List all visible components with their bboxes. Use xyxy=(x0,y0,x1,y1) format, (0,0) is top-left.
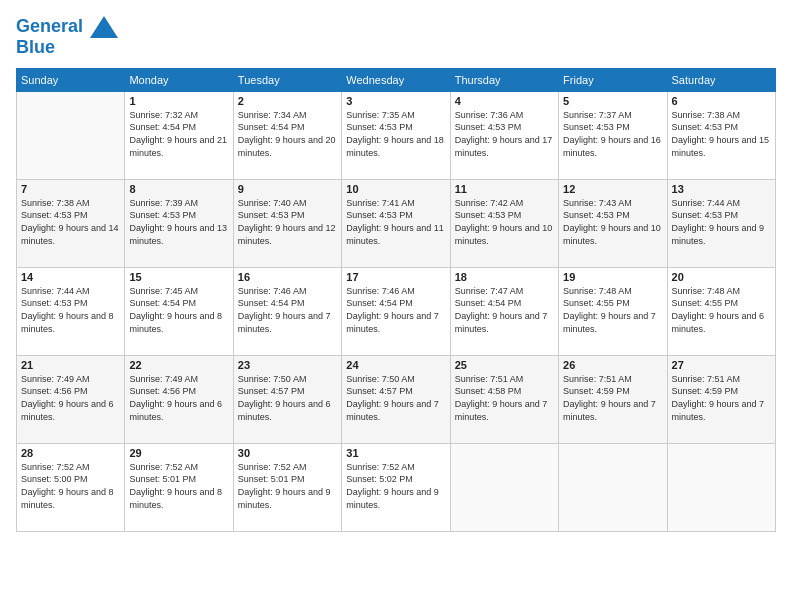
week-row-4: 21Sunrise: 7:49 AMSunset: 4:56 PMDayligh… xyxy=(17,355,776,443)
day-info: Sunrise: 7:51 AMSunset: 4:58 PMDaylight:… xyxy=(455,373,554,423)
day-info: Sunrise: 7:51 AMSunset: 4:59 PMDaylight:… xyxy=(672,373,771,423)
calendar-cell: 26Sunrise: 7:51 AMSunset: 4:59 PMDayligh… xyxy=(559,355,667,443)
week-row-2: 7Sunrise: 7:38 AMSunset: 4:53 PMDaylight… xyxy=(17,179,776,267)
day-info: Sunrise: 7:52 AMSunset: 5:01 PMDaylight:… xyxy=(129,461,228,511)
day-number: 7 xyxy=(21,183,120,195)
day-info: Sunrise: 7:52 AMSunset: 5:02 PMDaylight:… xyxy=(346,461,445,511)
day-number: 31 xyxy=(346,447,445,459)
day-number: 24 xyxy=(346,359,445,371)
logo-general: General xyxy=(16,16,83,36)
day-info: Sunrise: 7:37 AMSunset: 4:53 PMDaylight:… xyxy=(563,109,662,159)
day-number: 5 xyxy=(563,95,662,107)
calendar-cell: 9Sunrise: 7:40 AMSunset: 4:53 PMDaylight… xyxy=(233,179,341,267)
calendar-cell: 20Sunrise: 7:48 AMSunset: 4:55 PMDayligh… xyxy=(667,267,775,355)
svg-marker-0 xyxy=(90,16,118,38)
day-number: 26 xyxy=(563,359,662,371)
day-header-thursday: Thursday xyxy=(450,68,558,91)
day-number: 28 xyxy=(21,447,120,459)
day-info: Sunrise: 7:44 AMSunset: 4:53 PMDaylight:… xyxy=(672,197,771,247)
calendar-cell: 29Sunrise: 7:52 AMSunset: 5:01 PMDayligh… xyxy=(125,443,233,531)
day-info: Sunrise: 7:44 AMSunset: 4:53 PMDaylight:… xyxy=(21,285,120,335)
day-info: Sunrise: 7:49 AMSunset: 4:56 PMDaylight:… xyxy=(21,373,120,423)
week-row-5: 28Sunrise: 7:52 AMSunset: 5:00 PMDayligh… xyxy=(17,443,776,531)
page: General Blue SundayMondayTuesdayWednesda… xyxy=(0,0,792,612)
calendar-cell: 12Sunrise: 7:43 AMSunset: 4:53 PMDayligh… xyxy=(559,179,667,267)
day-info: Sunrise: 7:45 AMSunset: 4:54 PMDaylight:… xyxy=(129,285,228,335)
calendar-cell xyxy=(17,91,125,179)
calendar-cell: 6Sunrise: 7:38 AMSunset: 4:53 PMDaylight… xyxy=(667,91,775,179)
day-info: Sunrise: 7:41 AMSunset: 4:53 PMDaylight:… xyxy=(346,197,445,247)
logo-icon xyxy=(90,16,118,38)
calendar-cell: 24Sunrise: 7:50 AMSunset: 4:57 PMDayligh… xyxy=(342,355,450,443)
day-number: 22 xyxy=(129,359,228,371)
day-info: Sunrise: 7:46 AMSunset: 4:54 PMDaylight:… xyxy=(238,285,337,335)
day-number: 14 xyxy=(21,271,120,283)
day-number: 18 xyxy=(455,271,554,283)
day-number: 2 xyxy=(238,95,337,107)
day-number: 20 xyxy=(672,271,771,283)
day-number: 29 xyxy=(129,447,228,459)
calendar-cell xyxy=(559,443,667,531)
day-info: Sunrise: 7:50 AMSunset: 4:57 PMDaylight:… xyxy=(346,373,445,423)
week-row-3: 14Sunrise: 7:44 AMSunset: 4:53 PMDayligh… xyxy=(17,267,776,355)
calendar-cell: 14Sunrise: 7:44 AMSunset: 4:53 PMDayligh… xyxy=(17,267,125,355)
day-info: Sunrise: 7:35 AMSunset: 4:53 PMDaylight:… xyxy=(346,109,445,159)
day-number: 4 xyxy=(455,95,554,107)
calendar-table: SundayMondayTuesdayWednesdayThursdayFrid… xyxy=(16,68,776,532)
day-info: Sunrise: 7:38 AMSunset: 4:53 PMDaylight:… xyxy=(21,197,120,247)
day-info: Sunrise: 7:40 AMSunset: 4:53 PMDaylight:… xyxy=(238,197,337,247)
day-number: 15 xyxy=(129,271,228,283)
day-info: Sunrise: 7:47 AMSunset: 4:54 PMDaylight:… xyxy=(455,285,554,335)
day-info: Sunrise: 7:43 AMSunset: 4:53 PMDaylight:… xyxy=(563,197,662,247)
day-number: 1 xyxy=(129,95,228,107)
day-info: Sunrise: 7:52 AMSunset: 5:01 PMDaylight:… xyxy=(238,461,337,511)
day-info: Sunrise: 7:36 AMSunset: 4:53 PMDaylight:… xyxy=(455,109,554,159)
day-number: 9 xyxy=(238,183,337,195)
day-number: 10 xyxy=(346,183,445,195)
day-number: 21 xyxy=(21,359,120,371)
day-number: 16 xyxy=(238,271,337,283)
day-number: 13 xyxy=(672,183,771,195)
day-info: Sunrise: 7:34 AMSunset: 4:54 PMDaylight:… xyxy=(238,109,337,159)
header-row: SundayMondayTuesdayWednesdayThursdayFrid… xyxy=(17,68,776,91)
day-info: Sunrise: 7:39 AMSunset: 4:53 PMDaylight:… xyxy=(129,197,228,247)
calendar-cell: 15Sunrise: 7:45 AMSunset: 4:54 PMDayligh… xyxy=(125,267,233,355)
day-info: Sunrise: 7:51 AMSunset: 4:59 PMDaylight:… xyxy=(563,373,662,423)
day-header-monday: Monday xyxy=(125,68,233,91)
day-number: 3 xyxy=(346,95,445,107)
logo: General Blue xyxy=(16,16,118,58)
logo-text: General xyxy=(16,16,118,38)
day-number: 11 xyxy=(455,183,554,195)
calendar-cell: 4Sunrise: 7:36 AMSunset: 4:53 PMDaylight… xyxy=(450,91,558,179)
calendar-cell: 23Sunrise: 7:50 AMSunset: 4:57 PMDayligh… xyxy=(233,355,341,443)
calendar-cell: 5Sunrise: 7:37 AMSunset: 4:53 PMDaylight… xyxy=(559,91,667,179)
calendar-cell: 21Sunrise: 7:49 AMSunset: 4:56 PMDayligh… xyxy=(17,355,125,443)
calendar-cell: 25Sunrise: 7:51 AMSunset: 4:58 PMDayligh… xyxy=(450,355,558,443)
calendar-cell: 13Sunrise: 7:44 AMSunset: 4:53 PMDayligh… xyxy=(667,179,775,267)
day-info: Sunrise: 7:50 AMSunset: 4:57 PMDaylight:… xyxy=(238,373,337,423)
calendar-cell xyxy=(667,443,775,531)
day-number: 27 xyxy=(672,359,771,371)
day-number: 6 xyxy=(672,95,771,107)
calendar-cell: 27Sunrise: 7:51 AMSunset: 4:59 PMDayligh… xyxy=(667,355,775,443)
day-info: Sunrise: 7:46 AMSunset: 4:54 PMDaylight:… xyxy=(346,285,445,335)
calendar-cell: 11Sunrise: 7:42 AMSunset: 4:53 PMDayligh… xyxy=(450,179,558,267)
calendar-cell xyxy=(450,443,558,531)
week-row-1: 1Sunrise: 7:32 AMSunset: 4:54 PMDaylight… xyxy=(17,91,776,179)
day-info: Sunrise: 7:48 AMSunset: 4:55 PMDaylight:… xyxy=(672,285,771,335)
day-number: 25 xyxy=(455,359,554,371)
day-header-wednesday: Wednesday xyxy=(342,68,450,91)
calendar-cell: 17Sunrise: 7:46 AMSunset: 4:54 PMDayligh… xyxy=(342,267,450,355)
calendar-cell: 19Sunrise: 7:48 AMSunset: 4:55 PMDayligh… xyxy=(559,267,667,355)
day-info: Sunrise: 7:48 AMSunset: 4:55 PMDaylight:… xyxy=(563,285,662,335)
calendar-cell: 1Sunrise: 7:32 AMSunset: 4:54 PMDaylight… xyxy=(125,91,233,179)
day-info: Sunrise: 7:49 AMSunset: 4:56 PMDaylight:… xyxy=(129,373,228,423)
day-number: 19 xyxy=(563,271,662,283)
calendar-cell: 7Sunrise: 7:38 AMSunset: 4:53 PMDaylight… xyxy=(17,179,125,267)
day-number: 23 xyxy=(238,359,337,371)
day-info: Sunrise: 7:42 AMSunset: 4:53 PMDaylight:… xyxy=(455,197,554,247)
day-number: 30 xyxy=(238,447,337,459)
calendar-cell: 28Sunrise: 7:52 AMSunset: 5:00 PMDayligh… xyxy=(17,443,125,531)
calendar-cell: 22Sunrise: 7:49 AMSunset: 4:56 PMDayligh… xyxy=(125,355,233,443)
day-header-saturday: Saturday xyxy=(667,68,775,91)
